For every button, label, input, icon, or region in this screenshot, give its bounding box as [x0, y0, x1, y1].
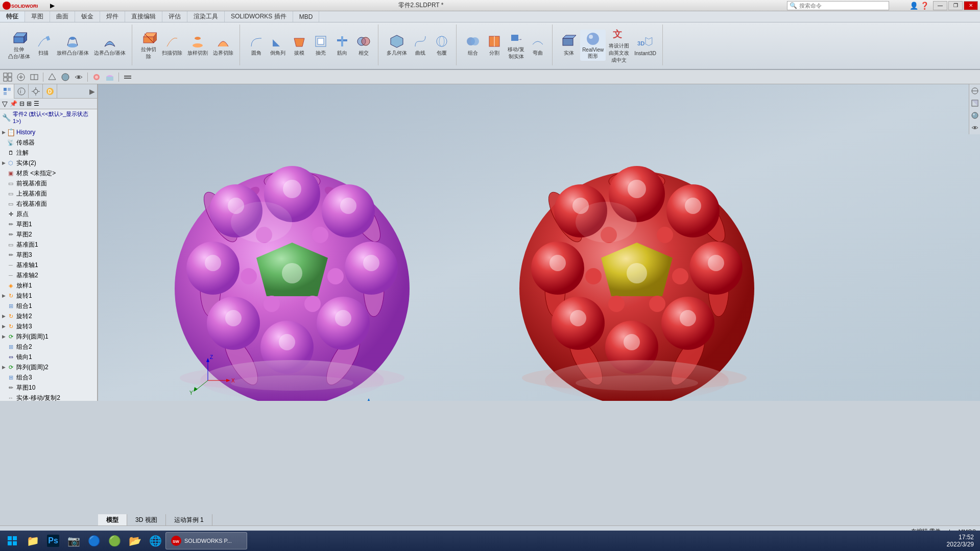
btn-display-style[interactable] [60, 71, 71, 83]
btn-sweep-cut[interactable]: 扫描切除 [160, 32, 184, 58]
tree-item-right-plane[interactable]: ▭ 右视基准面 [0, 199, 97, 209]
panel-tab-config[interactable] [29, 84, 43, 99]
taskbar-solidworks[interactable]: SW SOLIDWORKS P... [165, 532, 247, 549]
tab-mbd[interactable]: MBD [293, 11, 320, 22]
btn-view-settings[interactable] [2, 71, 13, 83]
expand-all-icon[interactable]: ⊞ [27, 100, 32, 107]
taskbar-browser[interactable]: 🌐 [145, 532, 165, 549]
tab-render[interactable]: 渲染工具 [187, 11, 225, 22]
tree-item-loft1[interactable]: ◈ 放样1 [0, 280, 97, 291]
search-input[interactable] [799, 3, 871, 9]
minimize-button[interactable]: — [933, 1, 947, 10]
tree-item-combine2[interactable]: ⊞ 组合2 [0, 342, 97, 352]
btn-split[interactable]: 分割 [484, 32, 505, 58]
tree-item-sketch3[interactable]: ✏ 草图3 [0, 250, 97, 260]
ribbon-arrow[interactable]: ▶ [50, 2, 55, 9]
tab-feature[interactable]: 特征 [0, 11, 25, 22]
tree-item-revolve1[interactable]: ▶ ↻ 旋转1 [0, 291, 97, 301]
btn-fillet[interactable]: 圆角 [246, 32, 267, 58]
panel-tab-dim[interactable]: D [43, 84, 57, 99]
restore-button[interactable]: ❐ [948, 1, 963, 10]
right-icon-3[interactable] [970, 111, 979, 120]
btn-view-toolbar[interactable] [122, 71, 133, 83]
right-icon-1[interactable] [970, 86, 979, 95]
viewport[interactable]: Z X Y [98, 84, 980, 401]
tab-sheet-metal[interactable]: 钣金 [75, 11, 100, 22]
btn-solid-display[interactable]: 实体 [559, 32, 579, 58]
taskbar-app5[interactable]: 🟢 [104, 532, 125, 549]
tree-item-circ-pattern1[interactable]: ▶ ⟳ 阵列(圆周)1 [0, 331, 97, 342]
start-button[interactable] [2, 532, 22, 549]
tab-model[interactable]: 模型 [98, 514, 127, 525]
btn-appearance[interactable] [91, 71, 102, 83]
btn-curve[interactable]: 曲线 [410, 32, 431, 58]
tree-item-circ-pattern2[interactable]: ▶ ⟳ 阵列(圆周)2 [0, 362, 97, 372]
tree-item-mirror1[interactable]: ⇔ 镜向1 [0, 352, 97, 362]
tab-weldment[interactable]: 焊件 [100, 11, 125, 22]
tree-item-revolve3[interactable]: ▶ ↻ 旋转3 [0, 321, 97, 331]
tree-item-combine1[interactable]: ⊞ 组合1 [0, 301, 97, 311]
btn-boundary-cut[interactable]: 边界切除 [211, 32, 235, 58]
panel-tab-property[interactable]: i [14, 84, 29, 99]
tab-surface[interactable]: 曲面 [50, 11, 75, 22]
filter-toggle-icon[interactable]: ☰ [34, 100, 39, 107]
help-icon[interactable]: ❓ [920, 2, 929, 10]
btn-chamfer[interactable]: 倒角列 [268, 32, 288, 58]
tree-item-axis1[interactable]: ─ 基准轴1 [0, 260, 97, 270]
panel-tab-feature-manager[interactable] [0, 84, 14, 99]
tab-sketch[interactable]: 草图 [25, 11, 50, 22]
collapse-all-icon[interactable]: ⊟ [19, 100, 25, 107]
btn-extrude-cut[interactable]: 拉伸切除 [138, 29, 159, 61]
btn-loft-boss[interactable]: 放样凸台/基体 [55, 32, 91, 58]
tree-item-material[interactable]: ▣ 材质 <未指定> [0, 168, 97, 178]
btn-flex[interactable]: 弯曲 [528, 32, 548, 58]
tree-item-sensor[interactable]: 📡 传感器 [0, 137, 97, 148]
tree-item-history[interactable]: ▶ 📋 History [0, 127, 97, 137]
btn-combine[interactable]: 组合 [463, 32, 483, 58]
tab-evaluate[interactable]: 评估 [162, 11, 187, 22]
tree-item-top-plane[interactable]: ▭ 上视基准面 [0, 188, 97, 199]
tree-item-sketch2[interactable]: ✏ 草图2 [0, 229, 97, 239]
btn-instant3d[interactable]: 3D Instant3D [632, 33, 658, 57]
btn-draft[interactable]: 拔模 [289, 32, 309, 58]
btn-view-orient[interactable] [46, 71, 58, 83]
taskbar-file-manager[interactable]: 📁 [22, 532, 43, 549]
taskbar-app4[interactable]: 🔵 [84, 532, 104, 549]
pin-icon[interactable]: 📌 [10, 100, 17, 107]
btn-shell[interactable]: 抽壳 [310, 32, 331, 58]
right-icon-4[interactable] [970, 123, 979, 132]
tree-item-solid-bodies[interactable]: ▶ ⬡ 实体(2) [0, 158, 97, 168]
btn-multibody[interactable]: 多几何体 [385, 32, 409, 58]
btn-boundary-boss[interactable]: 边界凸台/基体 [92, 32, 128, 58]
user-icon[interactable]: 👤 [910, 2, 918, 10]
btn-intersect[interactable]: 相交 [353, 32, 374, 58]
taskbar-folder[interactable]: 📂 [125, 532, 145, 549]
panel-expand-icon[interactable]: ▶ [89, 87, 95, 95]
btn-scene[interactable] [104, 71, 115, 83]
btn-section[interactable] [29, 71, 40, 83]
tree-item-annotation[interactable]: 🗒 注解 [0, 148, 97, 158]
tree-item-axis2[interactable]: ─ 基准轴2 [0, 270, 97, 280]
btn-hide-show[interactable] [73, 71, 84, 83]
tree-item-plane1[interactable]: ▭ 基准面1 [0, 239, 97, 250]
close-button[interactable]: ✕ [964, 1, 978, 10]
right-icon-2[interactable] [970, 99, 979, 108]
tree-item-combine3[interactable]: ⊞ 组合3 [0, 372, 97, 382]
tree-item-origin[interactable]: ✛ 原点 [0, 209, 97, 219]
btn-loft-cut[interactable]: 放样切割 [185, 32, 210, 58]
tab-direct-edit[interactable]: 直接编辑 [125, 11, 162, 22]
btn-extrude-boss[interactable]: 拉伸凸台/基体 [6, 29, 32, 61]
btn-move-body[interactable]: → 移动/复制实体 [506, 29, 527, 61]
tab-plugins[interactable]: SOLIDWORKS 插件 [225, 11, 293, 22]
btn-translate[interactable]: 文 将设计图由英文改成中文 [607, 25, 631, 65]
btn-zoom-fit[interactable] [15, 71, 27, 83]
taskbar-photoshop[interactable]: Ps [43, 532, 63, 549]
tree-item-sketch1[interactable]: ✏ 草图1 [0, 219, 97, 229]
tab-motion1[interactable]: 运动算例 1 [166, 514, 212, 525]
btn-sweep[interactable]: 扫描 [33, 32, 54, 58]
tree-item-move-body2[interactable]: ↔ 实体-移动/复制2 [0, 393, 97, 401]
tree-item-sketch10[interactable]: ✏ 草图10 [0, 382, 97, 393]
btn-wrap[interactable]: 包覆 [432, 32, 452, 58]
taskbar-app3[interactable]: 📷 [63, 532, 84, 549]
tree-item-revolve2[interactable]: ▶ ↻ 旋转2 [0, 311, 97, 321]
